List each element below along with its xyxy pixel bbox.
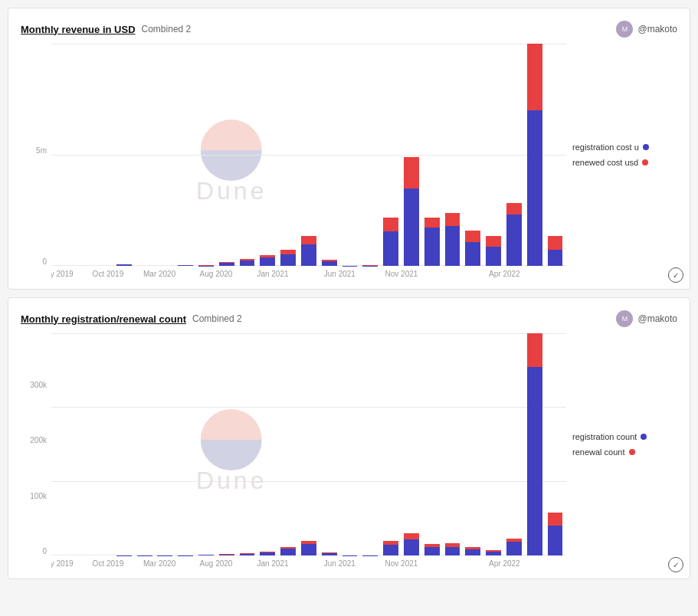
bar-group-7 [197, 333, 216, 555]
bar-red-22 [506, 203, 522, 215]
bar-stack-23 [527, 44, 542, 266]
x-labels-2: May 2019Oct 2019Mar 2020Aug 2020Jan 2021… [51, 555, 566, 571]
bar-stack-19 [445, 158, 460, 266]
bar-group-11 [279, 333, 298, 555]
bar-blue-23 [527, 110, 542, 266]
x-label-7: Apr 2022 [489, 270, 520, 278]
x-label-1: Oct 2019 [93, 559, 124, 568]
bar-group-19 [443, 44, 462, 266]
bar-group-6 [176, 44, 195, 266]
bar-blue-18 [424, 228, 440, 266]
x-labels-1: May 2019Oct 2019Mar 2020Aug 2020Jan 2021… [51, 266, 566, 281]
legend-label-0: registration cost u [572, 143, 639, 152]
legend-area-2: registration countrenewal count [566, 333, 677, 571]
bar-red-24 [548, 236, 563, 250]
legend-item-0: registration count [572, 432, 677, 441]
chart-title-1[interactable]: Monthly revenue in USD [21, 24, 136, 35]
bar-group-5 [156, 44, 175, 266]
chart-title-2[interactable]: Monthly registration/renewal count [21, 313, 186, 325]
bar-red-17 [404, 157, 419, 188]
bar-stack-22 [506, 147, 522, 266]
bar-group-15 [361, 333, 380, 555]
check-icon-1[interactable]: ✓ [668, 267, 683, 283]
bar-stack-12 [301, 498, 316, 555]
bar-stack-18 [424, 505, 440, 555]
username-1: @makoto [637, 24, 677, 34]
bar-group-14 [340, 333, 359, 555]
legend-dot-0 [643, 144, 649, 150]
x-label-3: Aug 2020 [200, 270, 233, 278]
bar-group-8 [217, 333, 236, 555]
chart-with-legend-2: 300k 200k 100k 0 Dune [21, 333, 677, 571]
bar-blue-17 [404, 188, 419, 266]
bar-group-1 [74, 44, 93, 266]
y-label-100k: 100k [21, 492, 51, 500]
legend-label-1: renewal count [572, 447, 625, 457]
chart-body-2: Dune May 2019Oct 2019Mar 2020Aug 2020Jan… [51, 333, 566, 571]
legend-dot-1 [629, 449, 635, 455]
bar-stack-8 [219, 537, 234, 555]
legend-item-0: registration cost u [572, 143, 677, 152]
x-label-4: Jan 2021 [257, 559, 288, 568]
bar-group-17 [402, 44, 421, 266]
chart-user-2: M @makoto [616, 310, 677, 327]
bar-stack-3 [116, 547, 132, 555]
bar-group-21 [484, 44, 503, 266]
bar-group-12 [300, 44, 319, 266]
bar-stack-9 [240, 533, 255, 555]
x-label-0: May 2019 [51, 270, 74, 278]
bar-stack-6 [178, 251, 193, 266]
bar-stack-11 [280, 512, 296, 555]
bar-group-7 [197, 44, 216, 266]
bar-blue-17 [404, 539, 419, 555]
bar-group-2 [94, 333, 113, 555]
bar-stack-15 [362, 255, 378, 266]
bar-stack-22 [506, 495, 522, 555]
bar-stack-13 [322, 229, 337, 266]
bar-stack-7 [198, 542, 214, 555]
bar-group-8 [217, 44, 236, 266]
bar-blue-16 [383, 231, 398, 266]
bar-group-18 [422, 44, 441, 266]
avatar-2: M [616, 310, 633, 327]
legend-label-1: renewed cost usd [572, 158, 638, 167]
bar-blue-20 [465, 242, 480, 266]
bar-group-0 [53, 333, 72, 555]
x-label-6: Nov 2021 [385, 559, 418, 568]
bar-group-10 [258, 44, 277, 266]
y-label-0-2: 0 [21, 547, 51, 555]
bar-blue-12 [301, 544, 316, 555]
bar-blue-19 [445, 226, 460, 266]
bar-group-6 [176, 333, 195, 555]
bar-stack-17 [404, 110, 419, 266]
chart-user-1: M @makoto [616, 21, 677, 38]
bar-stack-20 [465, 177, 480, 266]
bar-group-4 [135, 44, 154, 266]
chart-panel-1: Monthly revenue in USD Combined 2 M @mak… [8, 8, 690, 290]
y-label-300k: 300k [21, 381, 51, 389]
bar-group-23 [525, 44, 544, 266]
bar-blue-9 [240, 260, 255, 266]
y-label-200k: 200k [21, 436, 51, 444]
bar-blue-22 [506, 542, 522, 555]
bar-blue-12 [301, 244, 316, 266]
bar-stack-6 [178, 548, 193, 555]
bar-stack-11 [280, 207, 296, 266]
bar-red-23 [527, 44, 542, 110]
bar-stack-3 [116, 247, 132, 266]
bar-stack-21 [486, 185, 501, 266]
bar-group-20 [464, 44, 483, 266]
bar-group-0 [53, 44, 72, 266]
bar-blue-11 [280, 254, 296, 266]
bar-group-24 [546, 333, 565, 555]
x-label-7: Apr 2022 [489, 559, 520, 568]
x-label-4: Jan 2021 [257, 270, 288, 278]
chart-title-group-1: Monthly revenue in USD Combined 2 [21, 24, 191, 35]
bar-group-3 [114, 333, 133, 555]
bar-stack-9 [240, 228, 255, 266]
bar-stack-16 [383, 498, 398, 555]
check-icon-2[interactable]: ✓ [668, 557, 683, 572]
bar-group-9 [238, 333, 257, 555]
x-label-6: Nov 2021 [385, 270, 418, 278]
bar-group-15 [361, 44, 380, 266]
